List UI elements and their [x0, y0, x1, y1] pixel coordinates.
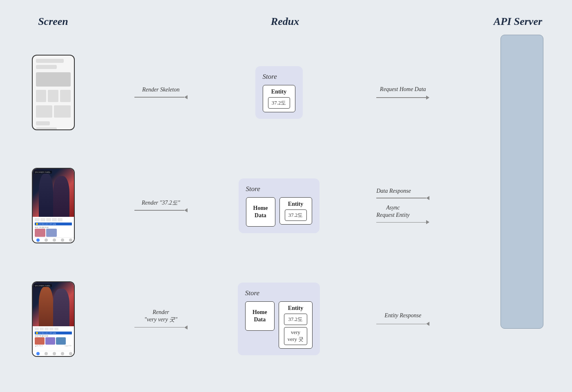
- row-2: 언더그라운드 미세먼...: [16, 168, 556, 243]
- entity-card-1: Entity 37.2도: [263, 85, 295, 112]
- store-box-1: Store Entity 37.2도: [255, 66, 303, 119]
- diagram: Screen Redux API Server: [0, 0, 572, 392]
- arrow-right-1: Request Home Data: [362, 86, 444, 100]
- store-label-1: Store: [263, 73, 277, 81]
- entity-card-3: Entity 37.2도 veryvery 굿: [279, 301, 313, 349]
- phone-2: 언더그라운드 미세먼...: [32, 168, 75, 243]
- redux-header: Redux: [271, 16, 299, 27]
- entity-card-2: Entity 37.2도: [279, 197, 312, 225]
- arrow-left-1-label: Render Skeleton: [142, 86, 179, 94]
- arrow-left-2: Render "37.2도": [126, 199, 196, 212]
- arrow-left-3: Render"very very 굿": [126, 309, 196, 329]
- arrow-right-1-label: Request Home Data: [380, 86, 426, 93]
- home-data-card-3: HomeData: [245, 301, 275, 331]
- arrow-right-3-label: Entity Response: [384, 312, 421, 319]
- home-data-card-2: HomeData: [246, 197, 275, 227]
- arrow-right-2: Data Response AsyncRequest Entity: [362, 187, 444, 225]
- arrow-left-1: Render Skeleton: [126, 86, 196, 99]
- arrow-left-2-label: Render "37.2도": [142, 199, 180, 207]
- screen-header: Screen: [38, 16, 68, 27]
- phone-1: [32, 55, 75, 130]
- row-3: 언더그라운드 미세먼...: [16, 281, 556, 357]
- api-server-header: API Server: [494, 16, 542, 27]
- row-1: Render Skeleton Store Entity 37.2도: [16, 55, 556, 130]
- store-box-2: Store HomeData Entity 37.2도: [239, 178, 320, 233]
- store-label-2: Store: [246, 185, 260, 193]
- api-server-box: [500, 35, 543, 329]
- arrow-left-3-label: Render"very very 굿": [144, 309, 177, 323]
- store-box-3: Store HomeData Entity 37.2도 veryvery 굿: [238, 283, 320, 355]
- arrow-right-3: Entity Response: [362, 312, 444, 326]
- store-label-3: Store: [245, 289, 259, 297]
- phone-3: 언더그라운드 미세먼...: [32, 281, 75, 357]
